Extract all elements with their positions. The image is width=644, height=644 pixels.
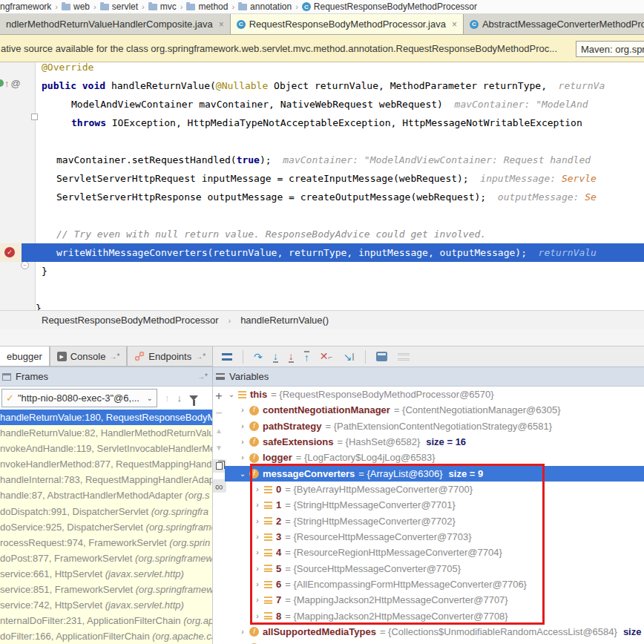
breadcrumb-separator-icon: › [295,2,298,11]
close-icon[interactable]: × [219,19,224,30]
variable-row-8[interactable]: ›8= {MappingJackson2HttpMessageConverter… [225,608,644,624]
variable-row-pathStrategy[interactable]: ›fpathStrategy= {PathExtensionContentNeg… [225,418,644,434]
breadcrumb-item-RequestResponseBodyMethodProcessor[interactable]: CRequestResponseBodyMethodProcessor [302,1,477,12]
fold-marker-icon[interactable] [31,114,38,120]
breadcrumb-item-web[interactable]: web [62,1,90,12]
previous-frame-icon[interactable]: ↑ [165,392,170,404]
tree-chevron-icon[interactable]: › [252,497,263,513]
variable-row-allSupportedMediaTypes[interactable]: ›fallSupportedMediaTypes= {Collections$U… [225,624,644,640]
tree-chevron-icon[interactable]: ⌄ [226,387,237,402]
tree-chevron-icon[interactable]: › [252,513,263,529]
stack-frame-row[interactable]: handle:87, AbstractHandlerMethodAdapter … [0,487,212,503]
variable-row-2[interactable]: ›2= {StringHttpMessageConverter@7702} [225,513,644,529]
variable-row-7[interactable]: ›7= {MappingJackson2HttpMessageConverter… [225,592,644,608]
file-tab[interactable]: CRequestResponseBodyMethodProcessor.java… [231,14,464,34]
breadcrumb-item-ngframework[interactable]: ngframework [0,1,51,12]
pin-icon[interactable]: →* [197,372,208,381]
variable-row-advice[interactable]: ›fadvice= {RequestResponseBodyAdviceChai… [225,640,644,644]
filter-frames-icon[interactable] [189,395,198,401]
tree-chevron-icon[interactable]: › [237,450,248,465]
drop-frame-icon[interactable]: ✕⌐ [320,351,333,363]
move-up-icon[interactable]: ▲ [214,425,224,436]
variable-row-safeExtensions[interactable]: ›fsafeExtensions= {HashSet@6582}size = 1… [225,434,644,450]
alternative-source-select[interactable]: Maven: org.spring [576,41,644,57]
variable-row-5[interactable]: ›5= {SourceHttpMessageConverter@7705} [225,561,644,576]
variable-row-contentNegotiationManager[interactable]: ›fcontentNegotiationManager= {ContentNeg… [225,402,644,418]
stack-frame-row[interactable]: doDispatch:991, DispatcherServlet (org.s… [0,504,212,519]
tree-chevron-icon[interactable]: › [237,624,248,640]
tree-chevron-icon[interactable]: › [237,402,248,418]
tab-console[interactable]: ▶Console→* [50,346,128,367]
stack-frame-row[interactable]: nvokeHandlerMethod:877, RequestMappingHa… [0,456,212,472]
next-frame-icon[interactable]: ↓ [177,392,183,404]
tree-chevron-icon[interactable]: › [252,545,263,560]
breadcrumb-method[interactable]: handleReturnValue() [240,315,329,326]
menu-icon[interactable] [222,353,232,361]
variable-row-logger[interactable]: ›flogger= {LogFactory$Log4jLog@6583} [225,450,644,465]
evaluate-expression-icon[interactable] [376,352,387,361]
fold-circle-icon[interactable]: − [21,261,29,269]
stack-frame-row[interactable]: nternalDoFilter:231, ApplicationFilterCh… [0,613,212,628]
step-out-icon[interactable]: ↑ [304,351,309,363]
variable-row-messageConverters[interactable]: ⌄fmessageConverters= {ArrayList@6306}siz… [225,466,644,482]
stack-frame-row[interactable]: handleReturnValue:82, HandlerMethodRetur… [0,425,212,441]
stack-frame-row[interactable]: doFilter:166, ApplicationFilterChain (or… [0,628,212,644]
add-watch-icon[interactable]: + [214,391,224,401]
stack-frame-row[interactable]: doPost:877, FrameworkServlet (org.spring… [0,551,212,566]
close-icon[interactable]: × [452,19,457,30]
debug-window-gap [0,329,644,346]
variable-row-this[interactable]: ⌄this= {RequestResponseBodyMethodProcess… [225,387,644,402]
breadcrumb-class[interactable]: RequestResponseBodyMethodProcessor [42,315,218,326]
breadcrumb-item-method[interactable]: method [186,1,228,12]
override-method-icon[interactable]: ↑@ [0,77,21,89]
remove-watch-icon[interactable]: − [214,408,224,418]
stack-frame-row[interactable]: service:661, HttpServlet (javax.servlet.… [0,566,212,582]
field-icon: f [249,437,259,447]
tree-chevron-icon[interactable]: › [252,482,263,497]
force-step-into-icon[interactable]: ↓ [289,351,294,363]
tab-endpoints[interactable]: Endpoints→* [127,346,213,367]
folder-icon [148,4,157,10]
step-into-icon[interactable]: ↓ [273,351,278,363]
stack-frame-row[interactable]: doService:925, DispatcherServlet (org.sp… [0,519,212,535]
file-tab[interactable]: ndlerMethodReturnValueHandlerComposite.j… [0,14,231,34]
frame-package: (org.ap [183,615,212,626]
breakpoint-icon[interactable]: ✓ [4,247,15,257]
variable-row-1[interactable]: ›1= {StringHttpMessageConverter@7701} [225,497,644,513]
stack-frame-row[interactable]: service:851, FrameworkServlet (org.sprin… [0,582,212,597]
frame-package: (org.s [185,490,209,501]
tree-chevron-icon[interactable]: › [252,561,263,576]
tab-debugger[interactable]: ebugger [0,346,50,367]
variable-row-3[interactable]: ›3= {ResourceHttpMessageConverter@7703} [225,529,644,545]
move-down-icon[interactable]: ▼ [214,442,224,453]
tree-chevron-icon[interactable]: › [252,576,263,592]
tree-chevron-icon[interactable]: › [252,608,263,624]
thread-dropdown[interactable]: ✓ "http-nio-8080-exec-3"@6,... ⌄ [1,389,157,407]
tree-chevron-icon[interactable]: › [252,529,263,545]
field-icon: f [249,421,259,431]
code-text: } [42,266,47,277]
breadcrumb-item-mvc[interactable]: mvc [148,1,177,12]
tree-chevron-icon[interactable]: ⌄ [237,466,248,482]
breadcrumb-item-annotation[interactable]: annotation [238,1,292,12]
tree-chevron-icon[interactable]: › [252,592,263,608]
code-editor[interactable]: @Overridepublic void handleReturnValue(@… [0,62,644,310]
stack-frame-row[interactable]: handleReturnValue:180, RequestResponseBo… [0,410,212,425]
variable-name: 7 [276,592,281,608]
variable-name: 2 [276,513,281,529]
breadcrumb-separator: › [228,316,231,325]
stack-frame-row[interactable]: nvokeAndHandle:119, ServletInvocableHand… [0,441,212,456]
stack-frame-row[interactable]: handleInternal:783, RequestMappingHandle… [0,472,212,487]
breadcrumb-item-servlet[interactable]: servlet [100,1,138,12]
stack-frame-row[interactable]: service:742, HttpServlet (javax.servlet.… [0,597,212,613]
variable-row-6[interactable]: ›6= {AllEncompassingFormHttpMessageConve… [225,576,644,592]
variable-row-4[interactable]: ›4= {ResourceRegionHttpMessageConverter@… [225,545,644,560]
stack-frame-row[interactable]: rocessRequest:974, FrameworkServlet (org… [0,535,212,551]
tree-chevron-icon[interactable]: › [237,640,248,644]
run-to-cursor-icon[interactable]: ↘I [343,352,355,362]
tree-chevron-icon[interactable]: › [237,418,248,434]
tree-chevron-icon[interactable]: › [237,434,248,450]
file-tab[interactable]: CAbstractMessageConverterMethodProc [464,14,644,34]
step-over-icon[interactable]: ↷ [254,352,263,362]
variable-row-0[interactable]: ›0= {ByteArrayHttpMessageConverter@7700} [225,482,644,497]
